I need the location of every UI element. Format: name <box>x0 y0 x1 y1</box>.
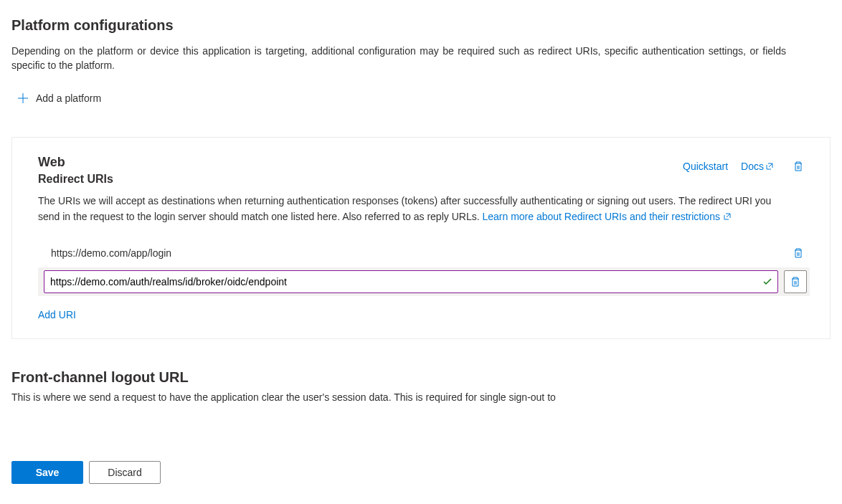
quickstart-link[interactable]: Quickstart <box>683 161 728 172</box>
redirect-uri-row-editing <box>38 267 810 296</box>
learn-more-link[interactable]: Learn more about Redirect URIs and their… <box>482 209 731 224</box>
logout-section-title: Front-channel logout URL <box>11 369 831 386</box>
docs-label: Docs <box>741 161 764 172</box>
delete-uri-button[interactable] <box>787 242 810 265</box>
external-link-icon <box>765 162 774 171</box>
docs-link[interactable]: Docs <box>741 161 774 172</box>
web-platform-panel: Web Redirect URIs Quickstart Docs The UR… <box>11 137 831 339</box>
save-button[interactable]: Save <box>11 461 83 484</box>
redirect-uri-text[interactable]: https://demo.com/app/login <box>44 247 781 259</box>
logout-url-section: Front-channel logout URL This is where w… <box>11 369 831 403</box>
discard-button[interactable]: Discard <box>89 461 161 484</box>
add-platform-button[interactable]: Add a platform <box>11 88 107 108</box>
panel-title: Web <box>38 155 113 170</box>
logout-section-description: This is where we send a request to have … <box>11 391 831 403</box>
delete-uri-button[interactable] <box>784 270 807 293</box>
footer-actions: Save Discard <box>0 452 842 504</box>
redirect-uri-description: The URIs we will accept as destinations … <box>38 193 795 224</box>
page-title: Platform configurations <box>11 17 831 34</box>
redirect-uri-input[interactable] <box>44 270 778 293</box>
plus-icon <box>17 92 29 104</box>
panel-subtitle: Redirect URIs <box>38 173 113 186</box>
external-link-icon <box>723 212 732 221</box>
checkmark-icon <box>762 277 772 287</box>
delete-platform-button[interactable] <box>787 155 810 178</box>
page-description: Depending on the platform or device this… <box>11 44 786 72</box>
add-uri-button[interactable]: Add URI <box>38 309 76 320</box>
add-platform-label: Add a platform <box>36 92 101 104</box>
redirect-uri-row: https://demo.com/app/login <box>38 239 810 267</box>
